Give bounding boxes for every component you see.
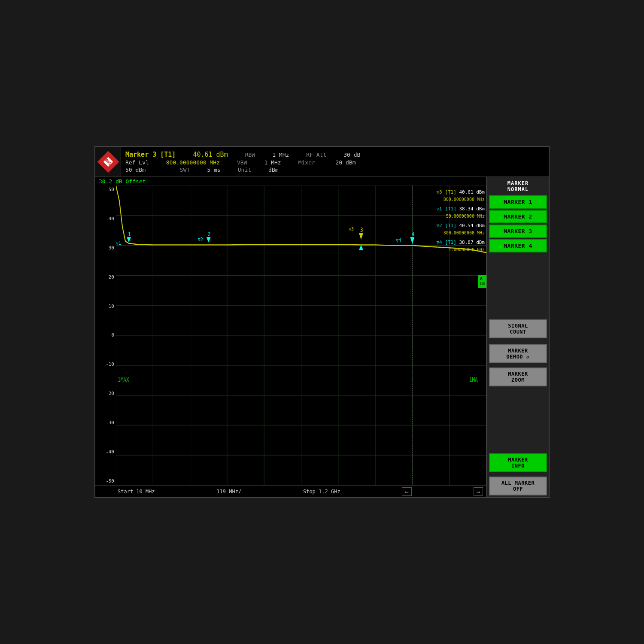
header-info: Marker 3 [T1] 40.61 dBm RBW 1 MHz RF Att… [121, 147, 549, 176]
vbw-value: 1 MHz [264, 159, 281, 166]
svg-marker-23 [127, 237, 131, 242]
logo-text: R&S [103, 157, 113, 167]
arrow-right-btn[interactable]: → [474, 487, 483, 496]
marker-freq: 800.00000000 MHz [166, 159, 220, 166]
chart-svg: 1 2 3 ▽3 4 ▽4 [116, 185, 486, 485]
unit-value: dBm [268, 167, 278, 173]
rbw-value: 1 MHz [272, 152, 289, 158]
x-stop: Stop 1.2 GHz [303, 489, 340, 495]
marker-info-button[interactable]: MARKER INFO [489, 453, 547, 472]
marker4-button[interactable]: MARKER 4 [489, 239, 547, 252]
rbw-label: RBW [245, 152, 255, 158]
y-label-n20: -20 [106, 391, 114, 396]
rf-att-label: RF Att [306, 152, 326, 158]
vbw-label: VBW [237, 159, 247, 166]
y-label-n50: -50 [106, 479, 114, 483]
svg-text:4: 4 [411, 231, 414, 237]
y-label-n10: -10 [106, 362, 114, 367]
svg-text:▽2: ▽2 [198, 237, 203, 243]
marker3-button[interactable]: MARKER 3 [489, 225, 547, 238]
marker2-button[interactable]: MARKER 2 [489, 210, 547, 223]
marker1-freq: 50.00000000 MHz [446, 214, 485, 219]
marker-value: 40.61 dBm [193, 151, 228, 158]
marker1-button[interactable]: MARKER 1 [489, 195, 547, 209]
svg-text:1MAX: 1MAX [118, 377, 129, 383]
y-label-40: 40 [109, 216, 114, 221]
instrument: R&S Marker 3 [T1] 40.61 dBm RBW 1 MHz RF… [94, 146, 550, 498]
marker-zoom-button[interactable]: MARKER ZOOM [489, 368, 547, 386]
ref-value: 50 dBm [125, 167, 146, 173]
svg-text:1: 1 [128, 231, 131, 237]
y-label-20: 20 [109, 275, 114, 279]
all-marker-off-button[interactable]: ALL MARKER OFF [489, 477, 547, 495]
y-label-0: 0 [111, 333, 114, 337]
marker3-arrow: ▽3 [T1] [436, 189, 456, 195]
marker1-dbm: 38.34 dBm [459, 206, 485, 212]
chart-header: 30.2 dB Offset [95, 177, 486, 185]
y-label-10: 10 [109, 304, 114, 309]
svg-text:2: 2 [208, 231, 211, 237]
marker3-dbm: 40.61 dBm [459, 189, 485, 195]
unit-label: Unit [238, 167, 251, 173]
svg-marker-25 [207, 237, 211, 242]
y-label-n40: -40 [106, 450, 114, 454]
marker4-arrow: ▽4 [T1] [436, 240, 456, 245]
svg-text:1MA: 1MA [469, 377, 478, 383]
marker-demod-button[interactable]: MARKER DEMOD ◇ [489, 344, 547, 363]
header-bar: R&S Marker 3 [T1] 40.61 dBm RBW 1 MHz RF… [95, 147, 549, 177]
logo-diamond: R&S [97, 151, 119, 173]
y-label-50: 50 [109, 187, 114, 192]
arrow-left-btn[interactable]: ← [402, 487, 411, 496]
marker1-arrow: ▽1 [T1] [436, 206, 456, 212]
logo-area: R&S [95, 147, 121, 176]
x-center: 119 MHz/ [216, 489, 241, 495]
marker2-info: ▽2 [T1] 40.54 dBm 300.00000000 MHz [436, 222, 485, 237]
y-label-30: 30 [109, 246, 114, 250]
svg-text:▽3: ▽3 [349, 226, 354, 232]
right-panel: MARKER NORMAL MARKER 1 MARKER 2 MARKER 3… [486, 177, 549, 497]
swt-value: 5 ms [207, 167, 220, 173]
marker3-info: ▽3 [T1] 40.61 dBm 800.00000000 MHz [436, 189, 485, 203]
offset-label: 30.2 dB Offset [99, 178, 146, 185]
mixer-label: Mixer [298, 159, 315, 166]
svg-marker-27 [359, 233, 363, 240]
marker-info-overlay: ▽3 [T1] 40.61 dBm 800.00000000 MHz ▽1 [T… [436, 189, 485, 256]
svg-text:▽4: ▽4 [396, 238, 401, 244]
marker-title: Marker 3 [T1] [125, 151, 176, 158]
x-axis: Start 10 MHz 119 MHz/ Stop 1.2 GHz ← → [95, 485, 486, 497]
aln-badge: A LN [478, 275, 486, 288]
chart-container: 30.2 dB Offset 50 40 30 20 10 0 -10 -20 … [95, 177, 486, 497]
marker2-dbm: 40.54 dBm [459, 223, 485, 228]
marker4-info: ▽4 [T1] 38.87 dBm 1.00000000 GHz [436, 239, 485, 253]
ref-label: Ref Lvl [125, 159, 149, 166]
rf-att-value: 30 dB [343, 152, 360, 158]
svg-text:▽1: ▽1 [116, 240, 121, 246]
y-label-n30: -30 [106, 420, 114, 425]
y-axis: 50 40 30 20 10 0 -10 -20 -30 -40 -50 [95, 185, 116, 485]
svg-marker-31 [410, 237, 414, 244]
main-content: 30.2 dB Offset 50 40 30 20 10 0 -10 -20 … [95, 177, 549, 497]
marker1-info: ▽1 [T1] 38.34 dBm 50.00000000 MHz [436, 206, 485, 220]
signal-count-button[interactable]: SIGNAL COUNT [489, 319, 547, 338]
marker2-freq: 300.00000000 MHz [444, 231, 485, 235]
marker2-arrow: ▽2 [T1] [436, 223, 456, 228]
mixer-value: -20 dBm [332, 159, 356, 166]
marker4-freq: 1.00000000 GHz [449, 247, 485, 252]
swt-label: SWT [180, 167, 190, 173]
marker3-freq: 800.00000000 MHz [444, 197, 485, 202]
x-start: Start 10 MHz [118, 489, 155, 495]
marker4-dbm: 38.87 dBm [459, 240, 485, 245]
svg-text:3: 3 [360, 227, 363, 233]
mode-title: MARKER NORMAL [489, 179, 547, 194]
